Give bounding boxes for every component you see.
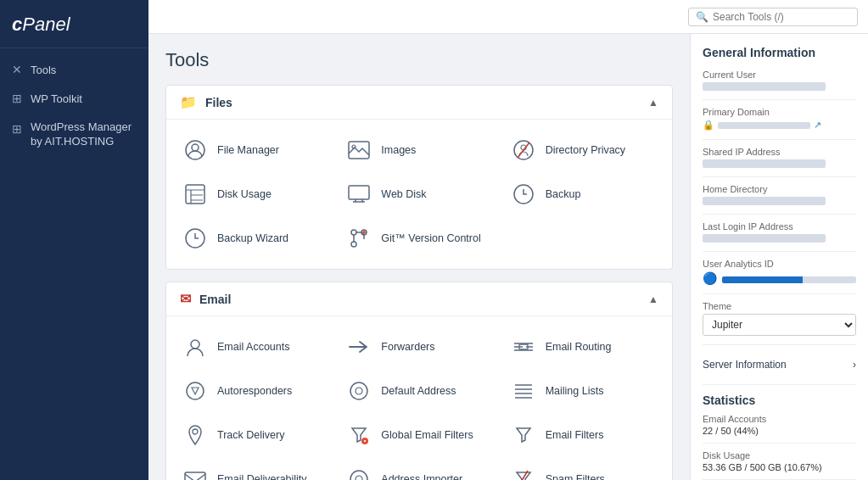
- tool-git[interactable]: Git™ Version Control: [337, 216, 501, 260]
- tool-backup[interactable]: Backup: [501, 172, 665, 216]
- analytics-bar: [722, 276, 856, 283]
- primary-domain-label: Primary Domain: [703, 107, 856, 117]
- mailing-lists-label: Mailing Lists: [546, 384, 604, 398]
- svg-point-30: [356, 476, 362, 480]
- page-title: Tools: [165, 49, 673, 71]
- web-disk-label: Web Disk: [381, 187, 426, 201]
- current-user-value: [703, 82, 826, 91]
- files-section-chevron: ▲: [648, 97, 658, 109]
- tool-backup-wizard[interactable]: Backup Wizard: [173, 216, 337, 260]
- email-accounts-stat: Email Accounts 22 / 50 (44%): [703, 414, 856, 436]
- email-section-chevron: ▲: [648, 293, 658, 305]
- autoresponders-icon: [182, 377, 209, 405]
- current-user-label: Current User: [703, 70, 856, 80]
- tool-email-accounts[interactable]: Email Accounts: [173, 325, 337, 369]
- right-sidebar: General Information Current User Primary…: [690, 34, 868, 480]
- svg-point-13: [351, 242, 356, 247]
- tool-mailing-lists[interactable]: Mailing Lists: [501, 369, 665, 413]
- server-info-label: Server Information: [703, 359, 787, 371]
- svg-point-11: [351, 230, 356, 235]
- sidebar-nav: ✕ Tools ⊞ WP Toolkit ⊞ WordPress Manager…: [0, 48, 148, 164]
- server-info-row[interactable]: Server Information ›: [703, 352, 856, 377]
- sidebar-item-tools[interactable]: ✕ Tools: [0, 55, 148, 84]
- files-section-header[interactable]: 📁 Files ▲: [166, 86, 672, 120]
- disk-usage-stat-label: Disk Usage: [703, 450, 856, 460]
- svg-point-19: [356, 388, 362, 394]
- tool-file-manager[interactable]: File Manager: [173, 128, 337, 172]
- tool-disk-usage[interactable]: Disk Usage: [173, 172, 337, 216]
- tool-global-email-filters[interactable]: Global Email Filters: [337, 413, 501, 457]
- web-disk-icon: [345, 181, 372, 208]
- tool-email-deliverability[interactable]: Email Deliverability: [173, 457, 337, 480]
- email-tools-grid: Email Accounts Forwarders Email Routing: [166, 316, 672, 480]
- git-label: Git™ Version Control: [381, 232, 480, 245]
- backup-wizard-icon: [182, 225, 209, 252]
- svg-point-1: [192, 144, 199, 151]
- email-routing-icon: [510, 333, 537, 360]
- analytics-icon: 🔵: [703, 271, 717, 285]
- images-icon: [345, 137, 372, 164]
- file-manager-label: File Manager: [217, 143, 279, 157]
- sidebar-item-wp-manager-label: WordPress Manager by AIT.HOSTING: [31, 120, 137, 149]
- tool-spam-filters[interactable]: Spam Filters: [501, 457, 665, 480]
- search-box[interactable]: 🔍: [688, 8, 858, 26]
- sidebar: cPanel ✕ Tools ⊞ WP Toolkit ⊞ WordPress …: [0, 0, 148, 480]
- email-accounts-icon: [182, 333, 209, 360]
- content-area: Tools 📁 Files ▲ File Manager: [148, 34, 868, 480]
- files-section-icon: 📁: [180, 94, 197, 110]
- tool-autoresponders[interactable]: Autoresponders: [173, 369, 337, 413]
- git-icon: [345, 225, 372, 252]
- mailing-lists-icon: [510, 377, 537, 405]
- spam-filters-icon: [510, 466, 537, 480]
- track-delivery-icon: [182, 421, 209, 449]
- primary-domain-row: Primary Domain 🔒 ↗: [703, 107, 856, 131]
- tool-email-routing[interactable]: Email Routing: [501, 325, 665, 369]
- disk-usage-stat: Disk Usage 53.36 GB / 500 GB (10.67%): [703, 450, 856, 472]
- address-importer-label: Address Importer: [381, 472, 462, 480]
- email-deliverability-icon: [182, 466, 209, 480]
- tools-icon: ✕: [12, 63, 22, 76]
- tools-main: Tools 📁 Files ▲ File Manager: [148, 34, 690, 480]
- tool-web-disk[interactable]: Web Disk: [337, 172, 501, 216]
- external-link-icon: ↗: [814, 120, 821, 131]
- directory-privacy-label: Directory Privacy: [546, 143, 625, 157]
- autoresponders-label: Autoresponders: [217, 384, 292, 398]
- search-icon: 🔍: [696, 11, 708, 23]
- shared-ip-row: Shared IP Address: [703, 147, 856, 168]
- svg-point-14: [362, 231, 366, 234]
- email-accounts-stat-label: Email Accounts: [703, 414, 856, 424]
- statistics-title: Statistics: [703, 393, 856, 407]
- tool-email-filters[interactable]: Email Filters: [501, 413, 665, 457]
- sidebar-item-tools-label: Tools: [31, 64, 56, 76]
- theme-select[interactable]: Jupiter Paper Lantern: [703, 314, 856, 336]
- sidebar-logo: cPanel: [0, 0, 148, 48]
- search-input[interactable]: [713, 11, 850, 23]
- backup-icon: [510, 181, 537, 208]
- user-analytics-label: User Analytics ID: [703, 259, 856, 269]
- last-login-row: Last Login IP Address: [703, 221, 856, 243]
- tool-forwarders[interactable]: Forwarders: [337, 325, 501, 369]
- topbar: 🔍: [148, 0, 868, 34]
- sidebar-item-wp-manager[interactable]: ⊞ WordPress Manager by AIT.HOSTING: [0, 113, 148, 157]
- tool-images[interactable]: Images: [337, 128, 501, 172]
- address-importer-icon: [345, 466, 372, 480]
- files-section: 📁 Files ▲ File Manager: [165, 85, 673, 270]
- tool-directory-privacy[interactable]: Directory Privacy: [501, 128, 665, 172]
- theme-row: Theme Jupiter Paper Lantern: [703, 301, 856, 336]
- email-deliverability-label: Email Deliverability: [217, 472, 307, 480]
- file-manager-icon: [182, 137, 209, 164]
- sidebar-item-wp-toolkit[interactable]: ⊞ WP Toolkit: [0, 84, 148, 113]
- email-section-header[interactable]: ✉ Email ▲: [166, 282, 672, 316]
- tool-address-importer[interactable]: Address Importer: [337, 457, 501, 480]
- email-filters-icon: [510, 421, 537, 449]
- home-dir-row: Home Directory: [703, 184, 856, 205]
- email-section: ✉ Email ▲ Email Accounts: [165, 282, 673, 480]
- global-email-filters-icon: [345, 421, 372, 449]
- email-section-label: Email: [199, 293, 231, 306]
- tool-track-delivery[interactable]: Track Delivery: [173, 413, 337, 457]
- tool-default-address[interactable]: Default Address: [337, 369, 501, 413]
- current-user-row: Current User: [703, 70, 856, 91]
- forwarders-label: Forwarders: [381, 340, 434, 354]
- svg-rect-8: [349, 186, 369, 199]
- directory-privacy-icon: [510, 137, 537, 164]
